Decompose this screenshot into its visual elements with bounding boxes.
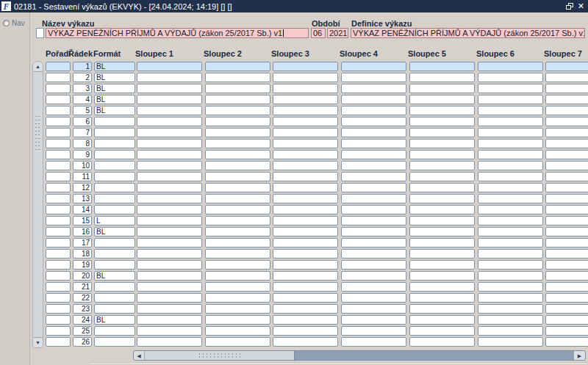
cell-format[interactable]: BL	[94, 315, 135, 325]
cell-sloupec-3[interactable]	[273, 172, 338, 181]
cell-format[interactable]	[94, 117, 135, 126]
cell-sloupec-4[interactable]	[341, 304, 406, 314]
cell-sloupec-1[interactable]	[137, 304, 202, 314]
window-close-button[interactable]: ✕	[578, 2, 584, 10]
cell-sloupec-5[interactable]	[409, 293, 475, 303]
cell-sloupec-1[interactable]	[137, 106, 202, 115]
cell-sloupec-5[interactable]	[409, 84, 475, 93]
cell-sloupec-5[interactable]	[409, 205, 475, 214]
cell-sloupec-4[interactable]	[341, 95, 406, 104]
cell-radek[interactable]: 21	[73, 282, 92, 292]
cell-radek[interactable]: 9	[73, 150, 92, 159]
cell-sloupec-1[interactable]	[137, 150, 202, 159]
cell-sloupec-3[interactable]	[273, 73, 338, 82]
cell-sloupec-1[interactable]	[137, 117, 202, 126]
cell-sloupec-2[interactable]	[205, 260, 270, 270]
cell-format[interactable]: BL	[94, 84, 135, 93]
cell-radek[interactable]: 13	[73, 194, 92, 203]
cell-sloupec-2[interactable]	[205, 282, 270, 292]
cell-sloupec-4[interactable]	[341, 183, 406, 192]
cell-sloupec-5[interactable]	[409, 172, 475, 181]
cell-sloupec-3[interactable]	[273, 249, 338, 259]
cell-radek[interactable]: 20	[73, 271, 92, 281]
cell-sloupec-2[interactable]	[205, 139, 270, 148]
cell-sloupec-7[interactable]	[545, 205, 588, 214]
cell-sloupec-5[interactable]	[409, 139, 475, 148]
cell-sloupec-3[interactable]	[273, 95, 338, 104]
cell-format[interactable]: L	[94, 216, 135, 225]
cell-sloupec-7[interactable]	[545, 315, 588, 325]
cell-sloupec-2[interactable]	[205, 84, 270, 93]
cell-format[interactable]: BL	[94, 271, 135, 281]
cell-sloupec-3[interactable]	[273, 194, 338, 203]
cell-sloupec-5[interactable]	[409, 337, 475, 347]
cell-sloupec-2[interactable]	[205, 117, 270, 126]
cell-format[interactable]: BL	[94, 62, 135, 71]
cell-poradi[interactable]	[46, 249, 71, 259]
cell-format[interactable]	[94, 161, 135, 170]
cell-sloupec-7[interactable]	[545, 84, 588, 93]
cell-sloupec-1[interactable]	[137, 326, 202, 336]
cell-sloupec-2[interactable]	[205, 161, 270, 170]
cell-sloupec-5[interactable]	[409, 128, 475, 137]
cell-sloupec-6[interactable]	[478, 150, 543, 159]
nazev-vykazu-input[interactable]: VÝKAZ PENĚŽNÍCH PŘÍJMŮ A VÝDAJŮ (zákon 2…	[46, 28, 309, 38]
nazev-prefix-box[interactable]	[36, 28, 44, 38]
cell-sloupec-2[interactable]	[205, 304, 270, 314]
cell-sloupec-3[interactable]	[273, 315, 338, 325]
cell-sloupec-6[interactable]	[478, 337, 543, 347]
cell-sloupec-1[interactable]	[137, 194, 202, 203]
cell-sloupec-1[interactable]	[137, 139, 202, 148]
cell-sloupec-5[interactable]	[409, 194, 475, 203]
cell-radek[interactable]: 4	[73, 95, 92, 104]
cell-sloupec-6[interactable]	[478, 304, 543, 314]
cell-format[interactable]: BL	[94, 95, 135, 104]
cell-radek[interactable]: 14	[73, 205, 92, 214]
cell-sloupec-1[interactable]	[137, 282, 202, 292]
cell-sloupec-6[interactable]	[478, 194, 543, 203]
cell-sloupec-2[interactable]	[205, 293, 270, 303]
cell-radek[interactable]: 15	[73, 216, 92, 225]
cell-poradi[interactable]	[46, 326, 71, 336]
cell-sloupec-3[interactable]	[273, 117, 338, 126]
cell-sloupec-4[interactable]	[341, 293, 406, 303]
cell-sloupec-3[interactable]	[273, 293, 338, 303]
cell-poradi[interactable]	[46, 282, 71, 292]
cell-sloupec-1[interactable]	[137, 260, 202, 270]
cell-sloupec-7[interactable]	[545, 106, 588, 115]
cell-format[interactable]	[94, 326, 135, 336]
cell-sloupec-4[interactable]	[341, 128, 406, 137]
cell-poradi[interactable]	[46, 337, 71, 347]
vertical-scrollbar-thumb[interactable]	[35, 115, 41, 153]
cell-sloupec-4[interactable]	[341, 106, 406, 115]
cell-radek[interactable]: 26	[73, 337, 92, 347]
scroll-right-button[interactable]: ▶	[573, 351, 585, 360]
cell-poradi[interactable]	[46, 95, 71, 104]
cell-sloupec-6[interactable]	[478, 183, 543, 192]
cell-poradi[interactable]	[46, 161, 71, 170]
cell-sloupec-2[interactable]	[205, 337, 270, 347]
cell-radek[interactable]: 16	[73, 227, 92, 236]
cell-sloupec-1[interactable]	[137, 161, 202, 170]
cell-radek[interactable]: 19	[73, 260, 92, 270]
cell-format[interactable]	[94, 260, 135, 270]
cell-sloupec-2[interactable]	[205, 95, 270, 104]
cell-sloupec-2[interactable]	[205, 249, 270, 259]
cell-sloupec-6[interactable]	[478, 326, 543, 336]
cell-sloupec-4[interactable]	[341, 282, 406, 292]
cell-poradi[interactable]	[46, 128, 71, 137]
cell-sloupec-4[interactable]	[341, 139, 406, 148]
cell-sloupec-5[interactable]	[409, 73, 475, 82]
scroll-up-button[interactable]: ▲	[33, 62, 43, 72]
cell-sloupec-6[interactable]	[478, 62, 543, 71]
cell-sloupec-3[interactable]	[273, 183, 338, 192]
cell-sloupec-6[interactable]	[478, 293, 543, 303]
cell-sloupec-7[interactable]	[545, 282, 588, 292]
cell-poradi[interactable]	[46, 150, 71, 159]
cell-sloupec-7[interactable]	[545, 95, 588, 104]
cell-sloupec-7[interactable]	[545, 249, 588, 259]
cell-radek[interactable]: 18	[73, 249, 92, 259]
cell-format[interactable]	[94, 194, 135, 203]
cell-sloupec-1[interactable]	[137, 216, 202, 225]
cell-sloupec-4[interactable]	[341, 73, 406, 82]
